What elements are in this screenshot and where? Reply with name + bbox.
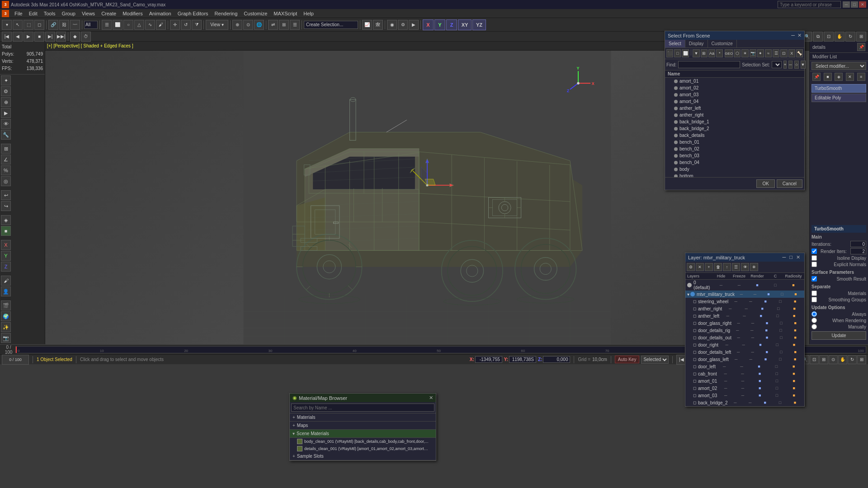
layer-item[interactable]: ◻ anther_left ─ ─ ■ □ ■ (685, 312, 804, 319)
axis-x-btn[interactable]: X (423, 19, 434, 30)
select-scale-btn[interactable]: ⧩ (192, 20, 202, 30)
reference-coord-btn[interactable]: View ▾ (206, 20, 228, 30)
minimize-btn[interactable]: ─ (843, 1, 850, 8)
layer-render-val[interactable]: ■ (748, 283, 766, 287)
layer-btn[interactable]: ☰ (290, 20, 300, 30)
motion-tab[interactable]: ▶ (1, 108, 11, 118)
menu-customize[interactable]: Customize (241, 10, 270, 17)
bone-filter-btn[interactable]: 🦴 (796, 49, 803, 57)
layer-move-selection-btn[interactable]: ↑ (723, 263, 731, 271)
prev-frame-btn[interactable]: ◀ (13, 32, 23, 42)
use-pivot-btn[interactable]: ⊕ (232, 20, 242, 30)
modify-tab[interactable]: ⚙ (1, 86, 11, 96)
layer-hide-all-btn[interactable]: 👁 (741, 263, 749, 271)
mat-browser-close-btn[interactable]: ✕ (429, 395, 433, 401)
key-mode-btn[interactable]: ◆ (70, 32, 80, 42)
maximize-viewport-btn[interactable]: ⊞ (856, 32, 866, 42)
show-result-btn[interactable]: ■ (824, 73, 832, 81)
geo-filter-btn[interactable]: GEO (725, 49, 733, 57)
axis-y-btn[interactable]: Y (434, 19, 445, 30)
layer-item[interactable]: ◻ door_details_left ─ ─ ■ □ ■ (685, 348, 804, 356)
layer-item[interactable]: ◻ door_glass_left ─ ─ ■ □ ■ (685, 356, 804, 363)
layer-dialog-max-btn[interactable]: □ (788, 254, 794, 260)
layer-select-objects-btn[interactable]: ☰ (732, 263, 740, 271)
create-selection-input[interactable] (304, 21, 358, 29)
layer-item[interactable]: ◻ steering_wheel ─ ─ ■ □ ■ (685, 298, 804, 305)
list-item[interactable]: amort_04 (665, 98, 804, 105)
time-config-btn[interactable]: ⏱ (81, 32, 91, 42)
effects-btn[interactable]: ✨ (1, 322, 11, 332)
wire-color-btn[interactable]: ■ (1, 226, 11, 236)
select-tab[interactable]: Select (665, 40, 685, 47)
ok-btn[interactable]: OK (756, 179, 774, 188)
remove-selection-btn[interactable]: ─ (788, 61, 792, 69)
menu-edit[interactable]: Edit (26, 10, 40, 17)
shape-filter-btn[interactable]: ⬡ (734, 49, 741, 57)
layer-item[interactable]: ◻ door_details_rig ─ ─ ■ □ ■ (685, 327, 804, 334)
menu-animation[interactable]: Animation (146, 10, 174, 17)
menu-modifiers[interactable]: Modifiers (120, 10, 146, 17)
fence-select-btn[interactable]: △ (134, 20, 144, 30)
render-iters-input[interactable] (850, 248, 866, 254)
render-frame-btn[interactable]: 🎬 (1, 300, 11, 310)
use-wildcard-btn[interactable]: * (716, 49, 723, 57)
update-btn[interactable]: Update (811, 331, 866, 340)
play-btn[interactable]: ▶ (24, 32, 33, 42)
spinner-snap-btn[interactable]: ◎ (1, 176, 11, 186)
close-btn[interactable]: ✕ (859, 1, 866, 8)
list-item[interactable]: amort_02 (665, 84, 804, 91)
list-item[interactable]: back_bridge_1 (665, 118, 804, 125)
maximize-view-btn[interactable]: ⊞ (857, 355, 866, 364)
mat-item[interactable]: body_clean_001 (VRayMtl) [back_details,c… (290, 438, 436, 445)
zoom-all-btn[interactable]: ⧉ (813, 32, 823, 42)
goto-end-btn[interactable]: ▶▶| (56, 32, 66, 42)
schematic-view-btn[interactable]: 🕸 (373, 20, 383, 30)
auto-key-btn[interactable]: Auto Key (615, 356, 640, 363)
populate-btn[interactable]: 👤 (1, 286, 11, 296)
paint-select-btn[interactable]: 🖌 (156, 20, 166, 30)
object-paint-btn[interactable]: 🖌 (1, 276, 11, 286)
display-tab[interactable]: 👁 (1, 119, 11, 129)
layer-item[interactable]: ◻ anther_right ─ ─ ■ □ ■ (685, 305, 804, 312)
render-setup-btn[interactable]: ⚙ (398, 20, 408, 30)
menu-tools[interactable]: Tools (41, 10, 58, 17)
filter-by-type-btn[interactable]: ▼ (693, 49, 699, 57)
snap-toggle[interactable]: ⊞ (1, 144, 11, 154)
configure-sets-btn[interactable]: ≡ (857, 73, 865, 81)
zoom-extents-btn[interactable]: ⊡ (824, 32, 834, 42)
layer-dialog-close-btn[interactable]: ✕ (795, 254, 802, 260)
materials-checkbox[interactable] (811, 291, 817, 296)
layer-freeze-val[interactable]: ─ (730, 283, 748, 287)
menu-group[interactable]: Group (59, 10, 78, 17)
layer-freeze-all-btn[interactable]: ❄ (750, 263, 758, 271)
menu-file[interactable]: File (12, 10, 25, 17)
layer-filter-btn[interactable]: ☰ (773, 49, 779, 57)
display-subtree-btn[interactable]: ⊞ (701, 49, 708, 57)
list-item[interactable]: bottom (665, 173, 804, 177)
menu-create[interactable]: Create (99, 10, 119, 17)
pan-view-btn[interactable]: ✋ (838, 355, 847, 364)
explicit-normals-checkbox[interactable] (811, 262, 817, 267)
bind-space-warp-btn[interactable]: 〰 (70, 20, 80, 30)
curve-editor-btn[interactable]: 📈 (362, 20, 372, 30)
redo-btn[interactable]: ↪ (1, 201, 11, 211)
layer-item[interactable]: 0 (default) ─ ─ ■ □ ■ (685, 280, 804, 291)
remove-modifier-btn[interactable]: ✕ (846, 73, 854, 81)
dialog-minimize-btn[interactable]: ─ (789, 33, 797, 38)
zoom-extents-status-btn[interactable]: ⊡ (810, 355, 819, 364)
helper-filter-btn[interactable]: ✦ (757, 49, 764, 57)
editable-poly-modifier[interactable]: Editable Poly (811, 94, 866, 102)
select-object-btn[interactable]: ↖ (13, 20, 23, 30)
unlink-btn[interactable]: ⛓ (59, 20, 69, 30)
always-radio[interactable] (811, 311, 817, 317)
mat-item[interactable]: details_clean_001 (VRayMtl) [amort_01,am… (290, 445, 436, 452)
pin-stack-btn[interactable]: 📌 (812, 73, 821, 81)
layer-add-btn[interactable]: + (705, 263, 713, 271)
render-btn[interactable]: ▶ (409, 20, 419, 30)
case-sensitive-btn[interactable]: Aa (708, 49, 715, 57)
circle-select-btn[interactable]: ○ (123, 20, 133, 30)
layer-close-btn[interactable]: ✕ (696, 263, 704, 271)
orbit-btn[interactable]: ↻ (845, 32, 855, 42)
customize-tab[interactable]: Customize (708, 40, 737, 47)
layer-hide-main[interactable]: ─ (735, 292, 748, 296)
